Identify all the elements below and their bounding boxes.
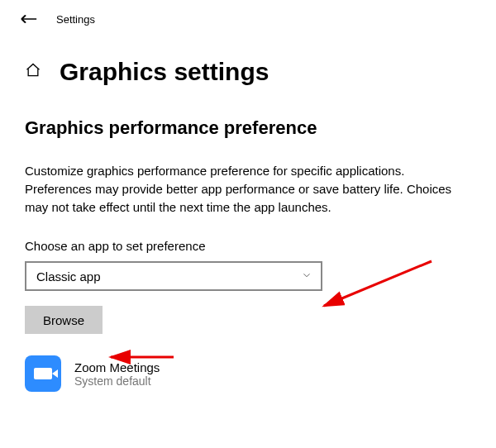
home-icon[interactable] (25, 62, 41, 83)
page-header: Graphics settings (0, 38, 496, 94)
app-type-dropdown[interactable]: Classic app (25, 261, 322, 291)
section-description: Customize graphics performance preferenc… (25, 162, 471, 216)
window-title: Settings (56, 13, 95, 26)
title-bar: Settings (0, 0, 496, 38)
content-area: Graphics performance preference Customiz… (0, 94, 496, 400)
app-meta: Zoom Meetings System default (74, 360, 160, 388)
app-list-item[interactable]: Zoom Meetings System default (25, 355, 471, 392)
choose-app-label: Choose an app to set preference (25, 239, 471, 253)
chevron-down-icon (301, 269, 312, 284)
zoom-icon (25, 355, 61, 392)
app-name: Zoom Meetings (74, 360, 160, 374)
back-arrow-icon[interactable] (17, 12, 38, 26)
section-heading: Graphics performance preference (25, 117, 471, 139)
browse-button[interactable]: Browse (25, 306, 103, 334)
dropdown-value: Classic app (36, 269, 101, 284)
page-title: Graphics settings (60, 58, 269, 86)
app-subtitle: System default (74, 374, 160, 388)
